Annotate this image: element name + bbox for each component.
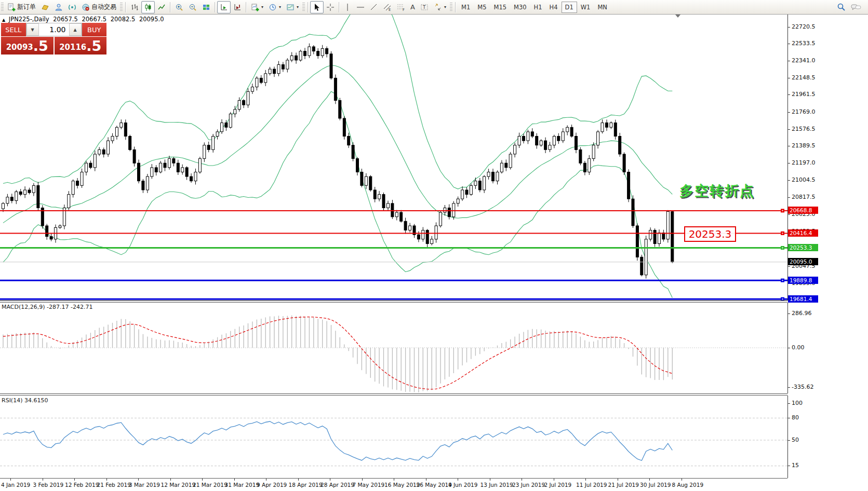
date-tick bbox=[10, 479, 11, 481]
main-price-chart[interactable] bbox=[0, 15, 787, 301]
sell-price[interactable]: 20093 .5 bbox=[1, 37, 54, 54]
axis-tick-label: 50 bbox=[792, 437, 799, 443]
sell-button[interactable]: SELL bbox=[1, 23, 26, 36]
autoscroll-button[interactable] bbox=[217, 1, 231, 13]
date-tick bbox=[266, 479, 266, 481]
date-tick bbox=[585, 479, 586, 481]
chart-window[interactable]: 4 Jan 20193 Feb 201912 Feb 201921 Feb 20… bbox=[0, 15, 868, 491]
price-tag-19889.8[interactable]: 19889.8 bbox=[788, 277, 818, 284]
candles-layer bbox=[2, 44, 674, 279]
indicators-button[interactable]: ▾ bbox=[248, 1, 266, 13]
sell-price-main: 20093 bbox=[6, 40, 33, 54]
timeframe-mn[interactable]: MN bbox=[594, 2, 611, 13]
macd-label: MACD(12,26,9) -287.17 -242.71 bbox=[2, 304, 92, 310]
volume-decrease-button[interactable]: ▼ bbox=[26, 23, 39, 36]
tile-windows-icon bbox=[202, 3, 210, 11]
date-label: 3 Mar 2019 bbox=[129, 482, 160, 488]
axis-tick-label: 21576.5 bbox=[792, 126, 816, 132]
buy-price[interactable]: 20116 .5 bbox=[55, 37, 107, 54]
tile-windows-button[interactable] bbox=[199, 1, 213, 13]
volume-input[interactable] bbox=[39, 23, 69, 36]
date-label: 4 Jan 2019 bbox=[1, 482, 30, 488]
timeframe-h1[interactable]: H1 bbox=[530, 2, 546, 13]
arrows-button[interactable]: ▾ bbox=[431, 1, 449, 13]
chat-button[interactable] bbox=[848, 1, 864, 13]
horizontal-line-button[interactable] bbox=[354, 1, 367, 13]
line-chart-button[interactable] bbox=[155, 1, 168, 13]
clock-icon bbox=[269, 3, 277, 11]
price-tag-20416.4[interactable]: 20416.4 bbox=[788, 229, 818, 237]
cursor-button[interactable] bbox=[310, 1, 324, 13]
bar-chart-button[interactable] bbox=[128, 1, 141, 13]
rsi-indicator-panel[interactable] bbox=[0, 395, 787, 478]
periods-button[interactable]: ▾ bbox=[266, 1, 284, 13]
axis-tick-label: 15 bbox=[792, 462, 799, 469]
line-chart-icon bbox=[157, 3, 166, 11]
new-order-button[interactable]: 新订单 bbox=[5, 1, 38, 13]
level-annotation-box[interactable]: 20253.3 bbox=[684, 226, 736, 242]
macd-indicator-panel[interactable] bbox=[0, 303, 787, 393]
buy-price-main: 20116 bbox=[59, 40, 86, 54]
crosshair-button[interactable] bbox=[324, 1, 337, 13]
price-tag-20095.0[interactable]: 20095.0 bbox=[788, 258, 818, 265]
equidistant-channel-button[interactable]: E bbox=[381, 1, 394, 13]
fibonacci-button[interactable]: F bbox=[394, 1, 408, 13]
signals-button[interactable] bbox=[65, 1, 79, 13]
axis-frame-line bbox=[787, 303, 788, 393]
volume-increase-button[interactable]: ▲ bbox=[69, 23, 82, 36]
price-axis[interactable]: 22720.522533.522341.022148.521961.521769… bbox=[787, 15, 868, 491]
axis-tick-label: 286.96 bbox=[792, 310, 812, 317]
timeframe-m30[interactable]: M30 bbox=[510, 2, 530, 13]
mt4-window: 新订单 自动交易 bbox=[0, 0, 868, 491]
one-click-trading-panel: SELL ▼ ▲ BUY 20093 .5 20116 .5 bbox=[1, 23, 106, 54]
date-label: 31 Mar 2019 bbox=[225, 482, 260, 488]
axis-tick-label: 21004.5 bbox=[792, 176, 816, 183]
chart-shift-button[interactable] bbox=[231, 1, 244, 13]
toolbar-grip[interactable] bbox=[1, 3, 4, 12]
indicators-icon bbox=[251, 3, 259, 11]
timeframe-m1[interactable]: M1 bbox=[458, 2, 474, 13]
timeframe-w1[interactable]: W1 bbox=[577, 2, 594, 13]
zoom-out-button[interactable] bbox=[186, 1, 199, 13]
date-tick bbox=[458, 479, 458, 481]
collapse-triangle-icon[interactable]: ▲ bbox=[2, 18, 5, 22]
vertical-line-button[interactable] bbox=[341, 1, 354, 13]
axis-tick-label: 22533.5 bbox=[792, 40, 816, 47]
buy-button[interactable]: BUY bbox=[82, 23, 107, 36]
date-label: 21 Mar 2019 bbox=[193, 482, 228, 488]
text-label-button[interactable]: T bbox=[418, 1, 431, 13]
axis-tick-label: 21961.5 bbox=[792, 91, 816, 98]
timeframe-h4[interactable]: H4 bbox=[546, 2, 562, 13]
toolbar-grip[interactable] bbox=[450, 3, 452, 12]
toolbar-grip[interactable] bbox=[302, 3, 305, 12]
candlestick-chart-button[interactable] bbox=[141, 1, 155, 13]
community-button[interactable] bbox=[52, 1, 65, 13]
zoom-in-button[interactable] bbox=[172, 1, 186, 13]
zoom-in-icon bbox=[175, 3, 183, 11]
axis-tick-label: 80 bbox=[792, 414, 799, 421]
trendline-button[interactable] bbox=[367, 1, 381, 13]
zoom-out-icon bbox=[189, 3, 197, 11]
text-button[interactable]: A bbox=[408, 1, 418, 13]
chart-shift-icon bbox=[233, 3, 242, 11]
date-tick bbox=[298, 479, 299, 481]
separator bbox=[246, 2, 247, 12]
timeframe-m15[interactable]: M15 bbox=[490, 2, 510, 13]
search-button[interactable] bbox=[834, 1, 848, 13]
date-axis[interactable]: 4 Jan 20193 Feb 201912 Feb 201921 Feb 20… bbox=[0, 479, 868, 491]
scroll-position-marker[interactable] bbox=[675, 15, 680, 18]
autotrade-button[interactable]: 自动交易 bbox=[79, 1, 119, 13]
date-tick bbox=[682, 479, 682, 481]
price-tag-20668.8[interactable]: 20668.8 bbox=[788, 207, 818, 214]
date-label: 9 Apr 2019 bbox=[257, 482, 287, 488]
price-tag-20253.3[interactable]: 20253.3 bbox=[788, 244, 818, 251]
templates-button[interactable]: ▾ bbox=[284, 1, 301, 13]
gold-nugget-button[interactable] bbox=[38, 1, 52, 13]
toolbar-grip[interactable] bbox=[120, 3, 123, 12]
timeframe-m5[interactable]: M5 bbox=[474, 2, 490, 13]
sell-price-frac: .5 bbox=[33, 38, 48, 54]
turning-point-annotation[interactable]: 多空转折点 bbox=[679, 182, 755, 200]
ohlc-low: 20082.5 bbox=[111, 16, 136, 23]
price-tag-19681.4[interactable]: 19681.4 bbox=[788, 295, 818, 303]
timeframe-d1[interactable]: D1 bbox=[562, 2, 577, 13]
